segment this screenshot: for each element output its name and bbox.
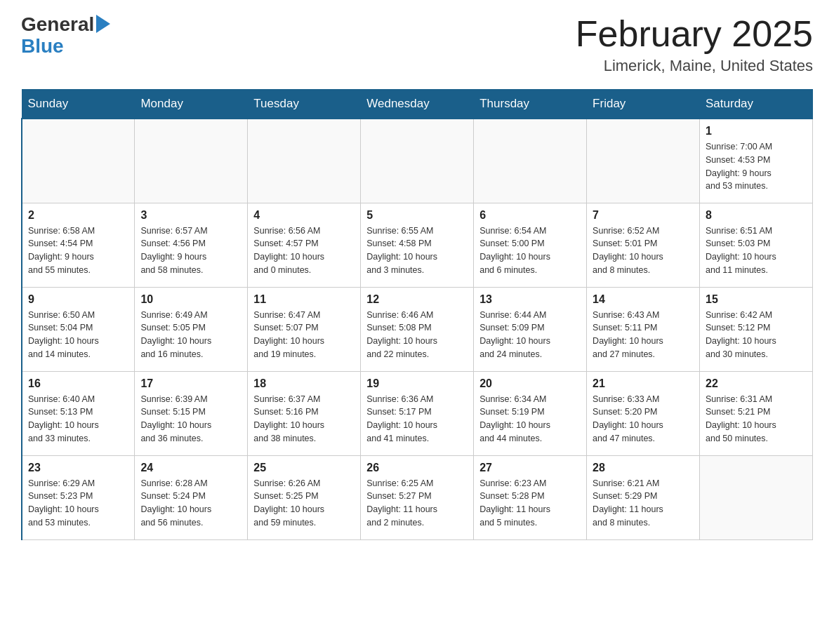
day-cell: 17Sunrise: 6:39 AMSunset: 5:15 PMDayligh… (135, 371, 248, 455)
day-cell: 19Sunrise: 6:36 AMSunset: 5:17 PMDayligh… (361, 371, 474, 455)
day-info: Sunrise: 6:26 AMSunset: 5:25 PMDaylight:… (253, 477, 355, 530)
day-cell: 15Sunrise: 6:42 AMSunset: 5:12 PMDayligh… (700, 287, 813, 371)
day-number: 2 (28, 209, 128, 222)
day-cell: 28Sunrise: 6:21 AMSunset: 5:29 PMDayligh… (587, 455, 700, 539)
day-number: 18 (253, 377, 355, 390)
day-info: Sunrise: 6:25 AMSunset: 5:27 PMDaylight:… (366, 477, 468, 530)
header-row: SundayMondayTuesdayWednesdayThursdayFrid… (22, 90, 813, 119)
day-info: Sunrise: 6:28 AMSunset: 5:24 PMDaylight:… (140, 477, 241, 530)
week-row-3: 9Sunrise: 6:50 AMSunset: 5:04 PMDaylight… (22, 287, 813, 371)
location-title: Limerick, Maine, United States (576, 57, 813, 75)
day-cell (22, 119, 135, 203)
month-title: February 2025 (576, 14, 813, 54)
header-cell-tuesday: Tuesday (248, 90, 361, 119)
day-number: 12 (366, 293, 468, 306)
calendar-body: 1Sunrise: 7:00 AMSunset: 4:53 PMDaylight… (22, 119, 813, 539)
day-number: 14 (593, 293, 694, 306)
logo: General Blue (21, 14, 110, 58)
day-cell: 7Sunrise: 6:52 AMSunset: 5:01 PMDaylight… (587, 203, 700, 287)
day-info: Sunrise: 6:58 AMSunset: 4:54 PMDaylight:… (28, 224, 128, 277)
day-number: 8 (706, 209, 807, 222)
day-info: Sunrise: 6:55 AMSunset: 4:58 PMDaylight:… (366, 224, 468, 277)
logo-wrapper: General Blue (21, 14, 110, 58)
day-cell: 2Sunrise: 6:58 AMSunset: 4:54 PMDaylight… (22, 203, 135, 287)
day-cell: 4Sunrise: 6:56 AMSunset: 4:57 PMDaylight… (248, 203, 361, 287)
day-cell (587, 119, 700, 203)
day-cell (474, 119, 587, 203)
day-cell: 6Sunrise: 6:54 AMSunset: 5:00 PMDaylight… (474, 203, 587, 287)
day-info: Sunrise: 6:23 AMSunset: 5:28 PMDaylight:… (479, 477, 581, 530)
day-info: Sunrise: 6:56 AMSunset: 4:57 PMDaylight:… (253, 224, 355, 277)
day-cell: 5Sunrise: 6:55 AMSunset: 4:58 PMDaylight… (361, 203, 474, 287)
day-info: Sunrise: 6:47 AMSunset: 5:07 PMDaylight:… (253, 309, 355, 361)
day-number: 5 (366, 209, 468, 222)
logo-top-row: General (21, 14, 110, 36)
week-row-5: 23Sunrise: 6:29 AMSunset: 5:23 PMDayligh… (22, 455, 813, 539)
day-info: Sunrise: 6:49 AMSunset: 5:05 PMDaylight:… (140, 309, 241, 361)
day-number: 20 (479, 377, 581, 390)
day-cell: 25Sunrise: 6:26 AMSunset: 5:25 PMDayligh… (248, 455, 361, 539)
day-info: Sunrise: 6:36 AMSunset: 5:17 PMDaylight:… (366, 393, 468, 445)
week-row-1: 1Sunrise: 7:00 AMSunset: 4:53 PMDaylight… (22, 119, 813, 203)
day-info: Sunrise: 6:43 AMSunset: 5:11 PMDaylight:… (593, 309, 694, 361)
day-info: Sunrise: 6:33 AMSunset: 5:20 PMDaylight:… (593, 393, 694, 445)
day-info: Sunrise: 6:50 AMSunset: 5:04 PMDaylight:… (28, 309, 128, 361)
day-number: 15 (706, 293, 807, 306)
day-info: Sunrise: 6:29 AMSunset: 5:23 PMDaylight:… (28, 477, 128, 530)
header-cell-friday: Friday (587, 90, 700, 119)
logo-arrow-icon (96, 15, 110, 33)
calendar-table: SundayMondayTuesdayWednesdayThursdayFrid… (21, 89, 813, 540)
day-cell: 18Sunrise: 6:37 AMSunset: 5:16 PMDayligh… (248, 371, 361, 455)
day-cell: 13Sunrise: 6:44 AMSunset: 5:09 PMDayligh… (474, 287, 587, 371)
header-cell-wednesday: Wednesday (361, 90, 474, 119)
day-number: 27 (479, 462, 581, 474)
logo-blue-row: Blue (21, 36, 110, 58)
day-number: 13 (479, 293, 581, 306)
day-info: Sunrise: 6:40 AMSunset: 5:13 PMDaylight:… (28, 393, 128, 445)
logo-blue-text: Blue (21, 35, 64, 57)
day-number: 19 (366, 377, 468, 390)
day-info: Sunrise: 6:51 AMSunset: 5:03 PMDaylight:… (706, 224, 807, 277)
header-cell-sunday: Sunday (22, 90, 135, 119)
day-cell: 10Sunrise: 6:49 AMSunset: 5:05 PMDayligh… (135, 287, 248, 371)
header-cell-thursday: Thursday (474, 90, 587, 119)
calendar-header: SundayMondayTuesdayWednesdayThursdayFrid… (22, 90, 813, 119)
day-info: Sunrise: 6:44 AMSunset: 5:09 PMDaylight:… (479, 309, 581, 361)
day-info: Sunrise: 6:21 AMSunset: 5:29 PMDaylight:… (593, 477, 694, 530)
day-info: Sunrise: 6:31 AMSunset: 5:21 PMDaylight:… (706, 393, 807, 445)
day-info: Sunrise: 6:54 AMSunset: 5:00 PMDaylight:… (479, 224, 581, 277)
day-info: Sunrise: 7:00 AMSunset: 4:53 PMDaylight:… (706, 140, 807, 193)
day-info: Sunrise: 6:37 AMSunset: 5:16 PMDaylight:… (253, 393, 355, 445)
day-info: Sunrise: 6:34 AMSunset: 5:19 PMDaylight:… (479, 393, 581, 445)
day-number: 25 (253, 462, 355, 474)
day-number: 23 (28, 462, 128, 474)
day-cell: 9Sunrise: 6:50 AMSunset: 5:04 PMDaylight… (22, 287, 135, 371)
day-cell: 20Sunrise: 6:34 AMSunset: 5:19 PMDayligh… (474, 371, 587, 455)
day-number: 16 (28, 377, 128, 390)
week-row-4: 16Sunrise: 6:40 AMSunset: 5:13 PMDayligh… (22, 371, 813, 455)
week-row-2: 2Sunrise: 6:58 AMSunset: 4:54 PMDaylight… (22, 203, 813, 287)
day-cell: 21Sunrise: 6:33 AMSunset: 5:20 PMDayligh… (587, 371, 700, 455)
day-number: 21 (593, 377, 694, 390)
logo-general-text: General (21, 14, 94, 36)
day-cell: 24Sunrise: 6:28 AMSunset: 5:24 PMDayligh… (135, 455, 248, 539)
svg-marker-0 (96, 15, 110, 33)
day-cell: 16Sunrise: 6:40 AMSunset: 5:13 PMDayligh… (22, 371, 135, 455)
day-cell (135, 119, 248, 203)
day-number: 22 (706, 377, 807, 390)
day-number: 10 (140, 293, 241, 306)
title-block: February 2025 Limerick, Maine, United St… (576, 14, 813, 75)
day-cell (248, 119, 361, 203)
header-cell-saturday: Saturday (700, 90, 813, 119)
day-cell: 27Sunrise: 6:23 AMSunset: 5:28 PMDayligh… (474, 455, 587, 539)
day-cell: 8Sunrise: 6:51 AMSunset: 5:03 PMDaylight… (700, 203, 813, 287)
day-info: Sunrise: 6:57 AMSunset: 4:56 PMDaylight:… (140, 224, 241, 277)
day-cell (700, 455, 813, 539)
day-cell: 14Sunrise: 6:43 AMSunset: 5:11 PMDayligh… (587, 287, 700, 371)
page-header: General Blue February 2025 Limerick, Mai… (21, 14, 813, 75)
day-cell: 3Sunrise: 6:57 AMSunset: 4:56 PMDaylight… (135, 203, 248, 287)
day-number: 11 (253, 293, 355, 306)
day-number: 1 (706, 125, 807, 137)
day-info: Sunrise: 6:42 AMSunset: 5:12 PMDaylight:… (706, 309, 807, 361)
day-cell: 12Sunrise: 6:46 AMSunset: 5:08 PMDayligh… (361, 287, 474, 371)
